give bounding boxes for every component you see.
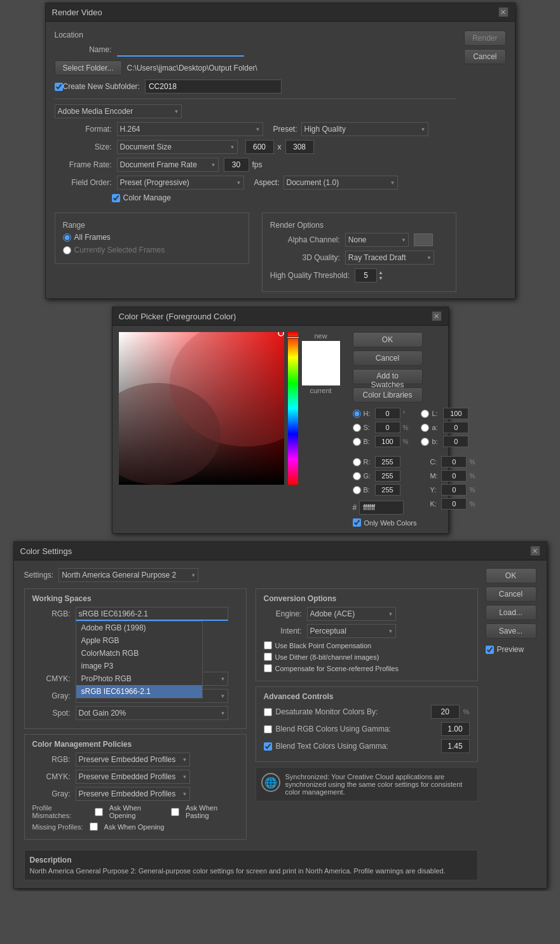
K-value[interactable]	[441, 498, 467, 510]
size-select[interactable]: Document Size	[117, 140, 238, 154]
cs-settings-select[interactable]: North America General Purpose 2	[58, 568, 198, 582]
rgb-option-prophoto[interactable]: ProPhoto RGB	[76, 672, 202, 685]
quality-select[interactable]: Ray Traced Draft	[345, 251, 434, 265]
aspect-select[interactable]: Document (1.0)	[283, 176, 398, 190]
cp-color-libraries-btn[interactable]: Color Libraries	[353, 387, 423, 403]
color-manage-checkbox[interactable]	[112, 194, 120, 202]
all-frames-radio[interactable]	[63, 233, 71, 242]
color-settings-close-btn[interactable]: ✕	[530, 546, 540, 556]
ask-pasting-cb[interactable]	[171, 808, 179, 816]
hue-strip[interactable]	[288, 332, 298, 485]
H-value[interactable]	[375, 408, 400, 419]
rgb-option-apple[interactable]: Apple RGB	[76, 634, 202, 647]
C-value[interactable]	[441, 456, 467, 468]
b-label: b:	[432, 438, 440, 445]
frame-rate-select[interactable]: Document Frame Rate	[117, 158, 219, 172]
ws-spot-select[interactable]: Dot Gain 20%	[76, 706, 228, 720]
fps-value[interactable]	[224, 158, 249, 172]
cp-radio-R[interactable]	[353, 458, 361, 466]
create-subfolder-checkbox[interactable]	[55, 83, 63, 91]
cp-radio-a[interactable]	[421, 424, 429, 432]
L-value[interactable]	[443, 408, 468, 419]
cp-radio-B[interactable]	[353, 438, 361, 446]
alpha-channel-select[interactable]: None	[345, 233, 409, 247]
rgb-option-colormatch[interactable]: ColorMatch RGB	[76, 647, 202, 660]
ask-opening-missing-cb[interactable]	[90, 823, 98, 831]
cp-add-swatches-btn[interactable]: Add to Swatches	[353, 369, 423, 384]
color-picker-close-btn[interactable]: ✕	[432, 311, 442, 321]
range-section: Range All Frames Currently Selected Fram…	[55, 212, 249, 264]
cp-radio-S[interactable]	[353, 424, 361, 432]
b-value[interactable]	[443, 436, 468, 447]
rgb-option-adobe[interactable]: Adobe RGB (1998)	[76, 621, 202, 634]
format-select[interactable]: H.264	[117, 122, 263, 136]
S-unit: %	[403, 424, 409, 431]
all-frames-label: All Frames	[74, 233, 111, 242]
blend-rgb-value[interactable]	[441, 722, 470, 736]
desaturate-cb[interactable]	[264, 708, 272, 716]
cmp-rgb-select[interactable]: Preserve Embedded Profiles	[76, 753, 190, 767]
threshold-input[interactable]	[355, 268, 377, 282]
rgb-option-srgb[interactable]: sRGB IEC61966-2.1	[76, 685, 202, 698]
cp-radio-H[interactable]	[353, 410, 361, 418]
subfolder-input[interactable]	[145, 80, 282, 94]
preset-select[interactable]: High Quality	[301, 122, 428, 136]
B-value[interactable]	[375, 436, 400, 447]
name-input[interactable]	[117, 43, 244, 57]
dither-cb[interactable]	[264, 653, 272, 661]
cp-radio-L[interactable]	[421, 410, 429, 418]
new-label: new	[314, 332, 327, 340]
threshold-down[interactable]: ▼	[378, 275, 383, 281]
cp-radio-b[interactable]	[421, 438, 429, 446]
render-cancel-btn[interactable]: Cancel	[464, 49, 505, 64]
only-web-checkbox[interactable]	[353, 518, 361, 527]
desaturate-label: Desaturate Monitor Colors By:	[276, 707, 427, 716]
scene-referred-label: Compensate for Scene-referred Profiles	[275, 665, 399, 672]
blend-text-cb[interactable]	[264, 742, 272, 751]
cs-cancel-btn[interactable]: Cancel	[486, 587, 536, 602]
cs-save-btn[interactable]: Save...	[486, 623, 536, 639]
intent-select[interactable]: Perceptual	[307, 624, 396, 638]
Y-value[interactable]	[441, 484, 467, 496]
size-width[interactable]	[245, 140, 274, 154]
black-point-cb[interactable]	[264, 641, 272, 649]
cp-radio-B2[interactable]	[353, 486, 361, 494]
encoder-select[interactable]: Adobe Media Encoder	[55, 104, 182, 118]
cs-preview-checkbox[interactable]	[486, 646, 494, 654]
B2-value[interactable]	[375, 484, 400, 496]
select-folder-btn[interactable]: Select Folder...	[55, 60, 122, 76]
engine-select[interactable]: Adobe (ACE)	[307, 607, 396, 621]
cs-load-btn[interactable]: Load...	[486, 605, 536, 620]
field-order-select[interactable]: Preset (Progressive)	[117, 176, 244, 190]
current-frames-radio[interactable]	[63, 246, 71, 254]
M-value[interactable]	[441, 470, 467, 482]
color-picker-title: Color Picker (Foreground Color)	[119, 312, 236, 321]
rgb-option-imagep3[interactable]: image P3	[76, 660, 202, 672]
cp-ok-btn[interactable]: OK	[353, 332, 423, 347]
cmp-gray-select[interactable]: Preserve Embedded Profiles	[76, 787, 190, 801]
scene-referred-cb[interactable]	[264, 664, 272, 672]
render-video-close-btn[interactable]: ✕	[498, 7, 509, 17]
render-btn[interactable]: Render	[464, 31, 505, 46]
blend-text-value[interactable]	[441, 739, 470, 753]
blend-rgb-cb[interactable]	[264, 725, 272, 733]
cp-radio-G[interactable]	[353, 472, 361, 480]
ws-rgb-select[interactable]: sRGB IEC61966-2.1	[76, 607, 228, 621]
color-picker-canvas[interactable]	[119, 332, 284, 485]
ask-opening-mismatch-cb[interactable]	[95, 808, 103, 816]
size-height[interactable]	[285, 140, 314, 154]
threshold-up[interactable]: ▲	[378, 270, 383, 275]
hex-value[interactable]	[359, 501, 404, 515]
Y-unit: %	[469, 487, 475, 494]
cmp-cmyk-select[interactable]: Preserve Embedded Profiles	[76, 770, 190, 784]
G-value[interactable]	[375, 470, 400, 482]
S-value[interactable]	[375, 422, 400, 433]
cp-cancel-btn[interactable]: Cancel	[353, 351, 423, 366]
hex-label: #	[353, 503, 357, 512]
a-value[interactable]	[443, 422, 468, 433]
cs-ok-btn[interactable]: OK	[486, 568, 536, 583]
preset-label: Preset:	[273, 125, 297, 134]
R-value[interactable]	[375, 456, 400, 468]
render-options-section: Render Options Alpha Channel: None	[262, 212, 456, 292]
desaturate-value[interactable]	[431, 705, 460, 719]
